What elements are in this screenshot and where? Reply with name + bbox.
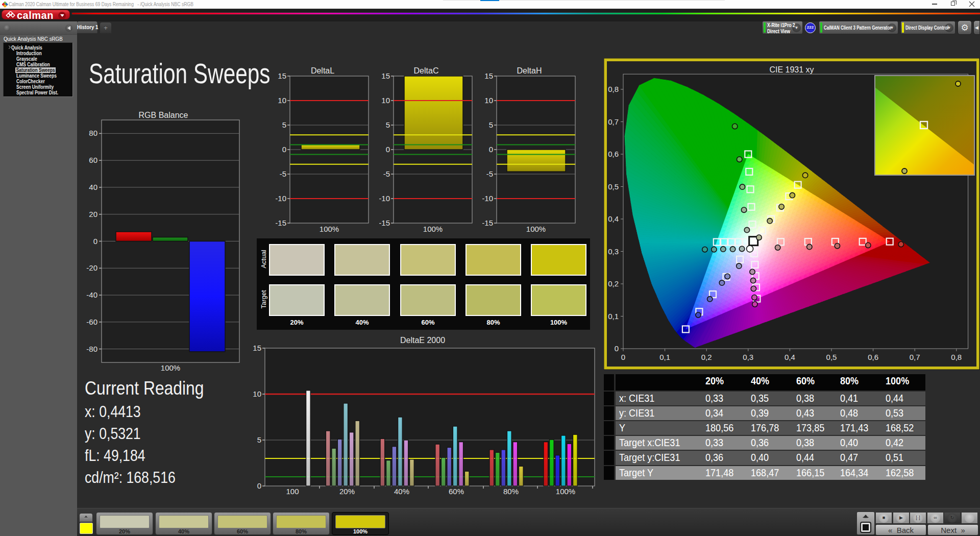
svg-text:100%: 100%	[526, 225, 546, 233]
svg-text:-15: -15	[276, 218, 286, 227]
svg-text:5: 5	[282, 120, 286, 129]
svg-text:80: 80	[89, 129, 97, 137]
svg-text:-80: -80	[86, 345, 97, 353]
svg-text:5: 5	[386, 120, 390, 129]
svg-text:100%: 100%	[556, 487, 575, 496]
svg-text:0,8: 0,8	[951, 353, 962, 361]
svg-text:-10: -10	[482, 194, 493, 203]
svg-text:0: 0	[489, 145, 493, 154]
svg-text:-15: -15	[482, 218, 493, 227]
svg-text:40: 40	[89, 183, 97, 191]
svg-text:15: 15	[278, 71, 286, 80]
svg-text:0: 0	[93, 237, 97, 246]
svg-text:-20: -20	[86, 263, 97, 272]
svg-text:0,6: 0,6	[868, 353, 878, 361]
svg-text:10: 10	[381, 96, 390, 105]
svg-text:100%: 100%	[320, 225, 339, 233]
svg-text:0,2: 0,2	[608, 279, 619, 288]
svg-text:CIE 1931 xy: CIE 1931 xy	[769, 65, 814, 74]
svg-text:60: 60	[89, 156, 97, 164]
svg-text:10: 10	[253, 389, 261, 398]
svg-text:15: 15	[484, 71, 493, 80]
svg-text:0,8: 0,8	[608, 85, 619, 93]
svg-text:15: 15	[253, 344, 261, 352]
svg-text:0,5: 0,5	[826, 353, 837, 361]
svg-text:-10: -10	[379, 194, 390, 203]
svg-text:10: 10	[278, 96, 286, 105]
svg-text:-10: -10	[276, 194, 286, 203]
svg-text:-15: -15	[379, 218, 390, 227]
svg-text:5: 5	[257, 435, 261, 444]
svg-text:DeltaL: DeltaL	[311, 66, 334, 75]
svg-text:-5: -5	[383, 169, 390, 178]
svg-text:-5: -5	[486, 169, 493, 178]
svg-text:0,1: 0,1	[608, 312, 619, 321]
svg-text:5: 5	[489, 120, 493, 129]
svg-text:100: 100	[286, 487, 299, 496]
svg-text:0,3: 0,3	[743, 353, 753, 361]
svg-text:0,4: 0,4	[608, 214, 619, 223]
svg-text:0: 0	[257, 481, 261, 490]
svg-text:0,3: 0,3	[608, 247, 619, 256]
svg-text:0: 0	[615, 344, 619, 353]
svg-text:0: 0	[282, 145, 286, 154]
svg-text:0,6: 0,6	[608, 150, 619, 158]
svg-text:0,2: 0,2	[701, 353, 712, 361]
svg-text:0,4: 0,4	[785, 353, 795, 361]
svg-text:0,5: 0,5	[608, 182, 619, 191]
svg-text:DeltaE 2000: DeltaE 2000	[400, 336, 445, 345]
svg-text:0,7: 0,7	[910, 353, 920, 361]
svg-text:80%: 80%	[503, 487, 519, 496]
svg-text:10: 10	[484, 96, 493, 105]
svg-text:RGB Balance: RGB Balance	[139, 111, 188, 119]
svg-text:100%: 100%	[423, 225, 443, 233]
svg-text:0,7: 0,7	[608, 117, 619, 126]
svg-text:0: 0	[386, 145, 390, 154]
svg-text:DeltaC: DeltaC	[414, 66, 439, 75]
svg-text:20: 20	[89, 210, 97, 218]
svg-text:0,1: 0,1	[659, 353, 670, 361]
svg-text:40%: 40%	[394, 487, 409, 496]
svg-text:60%: 60%	[449, 487, 464, 496]
svg-text:-5: -5	[280, 169, 286, 178]
svg-text:0: 0	[621, 353, 625, 361]
svg-text:20%: 20%	[339, 487, 355, 496]
svg-text:-60: -60	[86, 318, 97, 326]
svg-text:15: 15	[381, 71, 390, 80]
svg-text:-40: -40	[86, 290, 97, 299]
svg-text:DeltaH: DeltaH	[517, 66, 542, 75]
svg-text:100%: 100%	[161, 363, 180, 372]
